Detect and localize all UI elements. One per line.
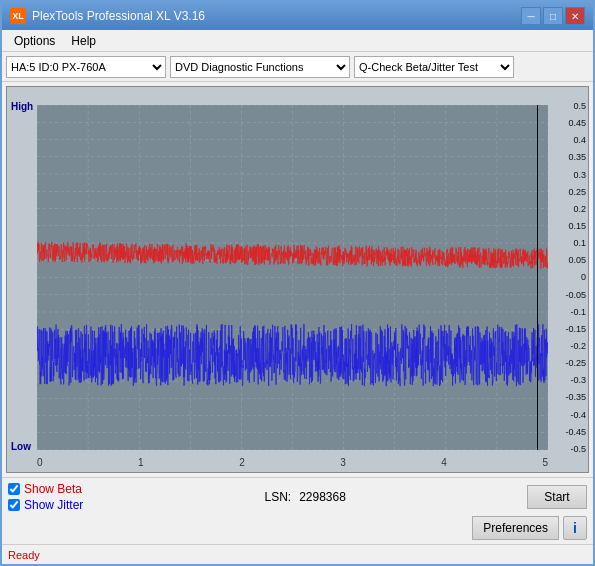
- bottom-row2: Preferences i: [8, 516, 587, 540]
- drive-select[interactable]: HA:5 ID:0 PX-760A: [6, 56, 166, 78]
- info-button[interactable]: i: [563, 516, 587, 540]
- title-bar: XL PlexTools Professional XL V3.16 ─ □ ✕: [2, 2, 593, 30]
- show-beta-row: Show Beta: [8, 482, 83, 496]
- y-axis-value: -0.25: [565, 358, 586, 368]
- show-jitter-label: Show Jitter: [24, 498, 83, 512]
- minimize-button[interactable]: ─: [521, 7, 541, 25]
- title-bar-left: XL PlexTools Professional XL V3.16: [10, 8, 205, 24]
- y-axis-value: -0.4: [570, 410, 586, 420]
- show-beta-label: Show Beta: [24, 482, 82, 496]
- window-title: PlexTools Professional XL V3.16: [32, 9, 205, 23]
- bottom-bar: Show Beta Show Jitter LSN: 2298368 Start…: [2, 477, 593, 544]
- status-text: Ready: [8, 549, 40, 561]
- y-axis-value: 0.2: [573, 204, 586, 214]
- x-axis-bottom: 012345: [37, 457, 548, 468]
- x-axis-value: 2: [239, 457, 245, 468]
- chart-label-low: Low: [11, 441, 31, 452]
- x-axis-value: 3: [340, 457, 346, 468]
- y-axis-value: -0.15: [565, 324, 586, 334]
- x-axis-value: 0: [37, 457, 43, 468]
- x-axis-value: 5: [542, 457, 548, 468]
- lsn-label: LSN:: [264, 490, 291, 504]
- lsn-area: LSN: 2298368: [264, 490, 345, 504]
- y-axis-value: 0.45: [568, 118, 586, 128]
- y-axis-value: -0.2: [570, 341, 586, 351]
- chart-area: High Low 0.50.450.40.350.30.250.20.150.1…: [6, 86, 589, 473]
- y-axis-value: -0.35: [565, 392, 586, 402]
- show-jitter-checkbox[interactable]: [8, 499, 20, 511]
- chart-inner: [37, 105, 548, 450]
- y-axis-value: -0.45: [565, 427, 586, 437]
- main-window: XL PlexTools Professional XL V3.16 ─ □ ✕…: [0, 0, 595, 566]
- maximize-button[interactable]: □: [543, 7, 563, 25]
- menu-bar: Options Help: [2, 30, 593, 52]
- close-button[interactable]: ✕: [565, 7, 585, 25]
- y-axis-right: 0.50.450.40.350.30.250.20.150.10.050-0.0…: [565, 101, 586, 454]
- y-axis-value: 0.05: [568, 255, 586, 265]
- start-button[interactable]: Start: [527, 485, 587, 509]
- title-bar-buttons: ─ □ ✕: [521, 7, 585, 25]
- y-axis-value: 0.1: [573, 238, 586, 248]
- x-axis-value: 1: [138, 457, 144, 468]
- y-axis-value: 0.4: [573, 135, 586, 145]
- y-axis-value: -0.1: [570, 307, 586, 317]
- menu-options[interactable]: Options: [6, 32, 63, 50]
- y-axis-value: 0: [581, 272, 586, 282]
- bottom-row1: Show Beta Show Jitter LSN: 2298368 Start: [8, 482, 587, 512]
- y-axis-value: 0.25: [568, 187, 586, 197]
- app-icon: XL: [10, 8, 26, 24]
- y-axis-value: 0.5: [573, 101, 586, 111]
- y-axis-value: 0.35: [568, 152, 586, 162]
- show-beta-checkbox[interactable]: [8, 483, 20, 495]
- toolbar: HA:5 ID:0 PX-760A DVD Diagnostic Functio…: [2, 52, 593, 82]
- chart-label-high: High: [11, 101, 33, 112]
- bottom-left: Show Beta Show Jitter: [8, 482, 83, 512]
- y-axis-value: -0.3: [570, 375, 586, 385]
- x-axis-value: 4: [441, 457, 447, 468]
- chart-canvas: [37, 105, 548, 450]
- y-axis-value: 0.15: [568, 221, 586, 231]
- function-select[interactable]: DVD Diagnostic Functions: [170, 56, 350, 78]
- y-axis-value: -0.05: [565, 290, 586, 300]
- test-select[interactable]: Q-Check Beta/Jitter Test: [354, 56, 514, 78]
- lsn-value: 2298368: [299, 490, 346, 504]
- status-bar: Ready: [2, 544, 593, 564]
- show-jitter-row: Show Jitter: [8, 498, 83, 512]
- menu-help[interactable]: Help: [63, 32, 104, 50]
- y-axis-value: -0.5: [570, 444, 586, 454]
- preferences-button[interactable]: Preferences: [472, 516, 559, 540]
- y-axis-value: 0.3: [573, 170, 586, 180]
- chart-vertical-line: [537, 105, 538, 450]
